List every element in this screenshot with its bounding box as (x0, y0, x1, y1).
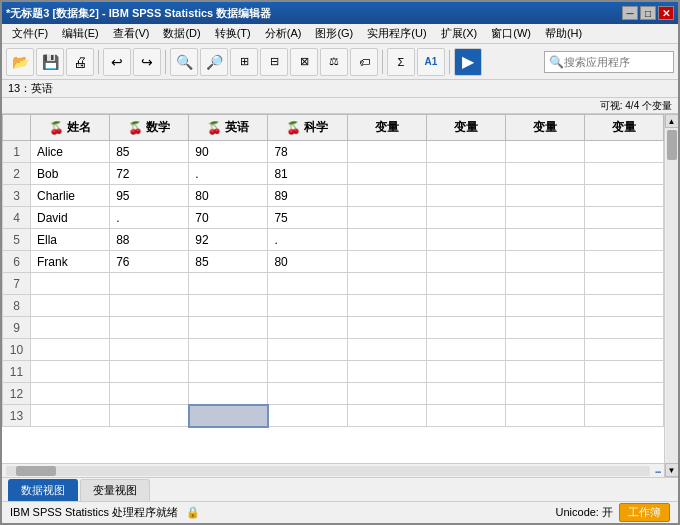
cell-english[interactable]: 90 (189, 141, 268, 163)
cell-var4[interactable] (584, 405, 663, 427)
cell-math[interactable] (110, 383, 189, 405)
menu-transform[interactable]: 转换(T) (209, 24, 257, 43)
cell-var3[interactable] (505, 273, 584, 295)
cell-var4[interactable] (584, 339, 663, 361)
col-header-var2[interactable]: 变量 (426, 115, 505, 141)
cell-name[interactable] (31, 339, 110, 361)
tab-data-view[interactable]: 数据视图 (8, 479, 78, 501)
col-header-english[interactable]: 🍒 英语 (189, 115, 268, 141)
cell-var1[interactable] (347, 383, 426, 405)
menu-edit[interactable]: 编辑(E) (56, 24, 105, 43)
menu-graphs[interactable]: 图形(G) (309, 24, 359, 43)
cell-name[interactable] (31, 383, 110, 405)
minimize-button[interactable]: ─ (622, 6, 638, 20)
cell-var3[interactable] (505, 339, 584, 361)
cell-math[interactable]: 88 (110, 229, 189, 251)
cell-var3[interactable] (505, 361, 584, 383)
search-input[interactable] (564, 56, 669, 68)
cell-var1[interactable] (347, 339, 426, 361)
cell-math[interactable] (110, 317, 189, 339)
cell-math[interactable]: 85 (110, 141, 189, 163)
redo-button[interactable]: ↪ (133, 48, 161, 76)
col-header-var4[interactable]: 变量 (584, 115, 663, 141)
cell-name[interactable]: Frank (31, 251, 110, 273)
cell-science[interactable]: . (268, 229, 347, 251)
use-sets-button[interactable]: Σ (387, 48, 415, 76)
scroll-down-button[interactable]: ▼ (665, 463, 679, 477)
cell-var1[interactable] (347, 273, 426, 295)
col-header-var3[interactable]: 变量 (505, 115, 584, 141)
insert-cases-button[interactable]: ⊞ (230, 48, 258, 76)
work-button[interactable]: 工作簿 (619, 503, 670, 522)
cell-name[interactable] (31, 295, 110, 317)
cell-science[interactable] (268, 317, 347, 339)
cell-var3[interactable] (505, 185, 584, 207)
cell-var4[interactable] (584, 163, 663, 185)
cell-english[interactable] (189, 383, 268, 405)
cell-science[interactable] (268, 295, 347, 317)
cell-math[interactable] (110, 405, 189, 427)
cell-english[interactable] (189, 317, 268, 339)
menu-file[interactable]: 文件(F) (6, 24, 54, 43)
cell-name[interactable] (31, 405, 110, 427)
open-button[interactable]: 📂 (6, 48, 34, 76)
cell-english[interactable]: 70 (189, 207, 268, 229)
menu-data[interactable]: 数据(D) (157, 24, 206, 43)
cell-var3[interactable] (505, 207, 584, 229)
menu-extensions[interactable]: 扩展(X) (435, 24, 484, 43)
cell-english[interactable]: . (189, 163, 268, 185)
cell-var3[interactable] (505, 405, 584, 427)
col-header-var1[interactable]: 变量 (347, 115, 426, 141)
save-button[interactable]: 💾 (36, 48, 64, 76)
col-header-name[interactable]: 🍒 姓名 (31, 115, 110, 141)
cell-var4[interactable] (584, 207, 663, 229)
cell-var4[interactable] (584, 361, 663, 383)
cell-english[interactable]: 80 (189, 185, 268, 207)
search-box[interactable]: 🔍 (544, 51, 674, 73)
cell-science[interactable] (268, 273, 347, 295)
cell-var4[interactable] (584, 185, 663, 207)
cell-var3[interactable] (505, 295, 584, 317)
cell-var1[interactable] (347, 317, 426, 339)
split-button[interactable]: ⊠ (290, 48, 318, 76)
close-button[interactable]: ✕ (658, 6, 674, 20)
cell-var4[interactable] (584, 229, 663, 251)
scroll-up-button[interactable]: ▲ (665, 114, 679, 128)
menu-utilities[interactable]: 实用程序(U) (361, 24, 432, 43)
cell-science[interactable]: 89 (268, 185, 347, 207)
cell-var3[interactable] (505, 163, 584, 185)
cell-var2[interactable] (426, 383, 505, 405)
cell-var2[interactable] (426, 251, 505, 273)
h-scroll-track[interactable] (6, 466, 650, 476)
cell-math[interactable]: 72 (110, 163, 189, 185)
cell-science[interactable]: 75 (268, 207, 347, 229)
cell-var2[interactable] (426, 361, 505, 383)
cell-science[interactable] (268, 339, 347, 361)
cell-var3[interactable] (505, 141, 584, 163)
cell-name[interactable]: Alice (31, 141, 110, 163)
cell-english[interactable] (189, 361, 268, 383)
col-header-math[interactable]: 🍒 数学 (110, 115, 189, 141)
cell-science[interactable]: 78 (268, 141, 347, 163)
cell-var4[interactable] (584, 295, 663, 317)
find-button[interactable]: 🔎 (200, 48, 228, 76)
cell-name[interactable] (31, 361, 110, 383)
cell-var3[interactable] (505, 251, 584, 273)
cell-name[interactable] (31, 317, 110, 339)
cell-var1[interactable] (347, 207, 426, 229)
cell-var1[interactable] (347, 163, 426, 185)
cell-var2[interactable] (426, 185, 505, 207)
menu-view[interactable]: 查看(V) (107, 24, 156, 43)
cell-var1[interactable] (347, 141, 426, 163)
insert-var-button[interactable]: ⊟ (260, 48, 288, 76)
run-button[interactable]: ▶ (454, 48, 482, 76)
cell-var4[interactable] (584, 141, 663, 163)
maximize-button[interactable]: □ (640, 6, 656, 20)
cell-var3[interactable] (505, 383, 584, 405)
cell-var1[interactable] (347, 229, 426, 251)
cell-science[interactable] (268, 405, 347, 427)
cell-var1[interactable] (347, 251, 426, 273)
cell-english[interactable] (189, 273, 268, 295)
print-button[interactable]: 🖨 (66, 48, 94, 76)
v-scroll-thumb[interactable] (667, 130, 677, 160)
